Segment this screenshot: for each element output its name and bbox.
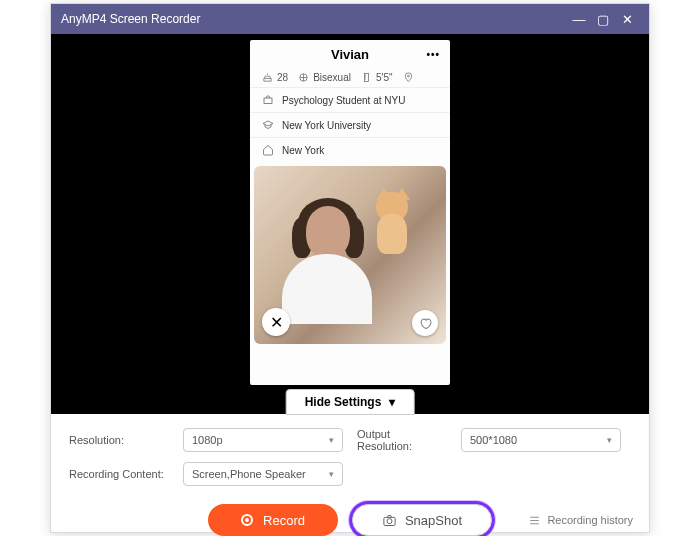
history-label: Recording history [547, 514, 633, 526]
profile-stats: 28 Bisexual 5'5" [250, 68, 450, 87]
orientation-icon [298, 72, 309, 83]
home-icon [262, 144, 274, 156]
output-resolution-label: Output Resolution: [357, 428, 447, 452]
age: 28 [277, 72, 288, 83]
app-window: AnyMP4 Screen Recorder — ▢ ✕ Vivian ••• … [50, 3, 650, 533]
orientation: Bisexual [313, 72, 351, 83]
more-icon[interactable]: ••• [426, 49, 440, 60]
camera-icon [382, 513, 397, 528]
city-row: New York [250, 137, 450, 162]
phone-mirror: Vivian ••• 28 Bisexual 5'5" [250, 40, 450, 385]
close-button[interactable]: ✕ [615, 12, 639, 27]
record-label: Record [263, 513, 305, 528]
svg-point-2 [407, 75, 409, 77]
output-resolution-select[interactable]: 500*1080 ▾ [461, 428, 621, 452]
like-button[interactable] [412, 310, 438, 336]
hide-settings-button[interactable]: Hide Settings ▾ [286, 389, 415, 415]
resolution-row: Resolution: 1080p ▾ Output Resolution: 5… [69, 428, 631, 452]
profile-name: Vivian [331, 47, 369, 62]
app-title: AnyMP4 Screen Recorder [61, 12, 200, 26]
school-row: New York University [250, 112, 450, 137]
recording-history-link[interactable]: Recording history [528, 514, 633, 527]
resolution-value: 1080p [192, 434, 223, 446]
chevron-down-icon: ▾ [389, 395, 395, 409]
settings-panel: Resolution: 1080p ▾ Output Resolution: 5… [51, 414, 649, 486]
occupation: Psychology Student at NYU [282, 95, 405, 106]
city: New York [282, 145, 324, 156]
record-button[interactable]: Record [208, 504, 338, 536]
cake-icon [262, 72, 273, 83]
briefcase-icon [262, 94, 274, 106]
heart-icon [419, 317, 432, 330]
list-icon [528, 514, 541, 527]
chevron-down-icon: ▾ [329, 469, 334, 479]
person-illustration [294, 206, 364, 286]
age-cell: 28 [262, 72, 288, 83]
preview-area: Vivian ••• 28 Bisexual 5'5" [51, 34, 649, 414]
height-cell: 5'5" [361, 72, 393, 83]
profile-header: Vivian ••• [250, 40, 450, 68]
chevron-down-icon: ▾ [607, 435, 612, 445]
record-icon [241, 514, 253, 526]
recording-content-select[interactable]: Screen,Phone Speaker ▾ [183, 462, 343, 486]
recording-content-label: Recording Content: [69, 468, 169, 480]
hide-settings-label: Hide Settings [305, 395, 382, 409]
location-cell [403, 72, 414, 83]
svg-point-5 [387, 518, 392, 523]
recording-content-row: Recording Content: Screen,Phone Speaker … [69, 462, 631, 486]
height: 5'5" [376, 72, 393, 83]
dismiss-button[interactable]: ✕ [262, 308, 290, 336]
svg-rect-1 [365, 73, 369, 81]
snapshot-label: SnapShot [405, 513, 462, 528]
recording-content-value: Screen,Phone Speaker [192, 468, 306, 480]
orientation-cell: Bisexual [298, 72, 351, 83]
snapshot-button[interactable]: SnapShot [352, 504, 492, 536]
occupation-row: Psychology Student at NYU [250, 87, 450, 112]
pin-icon [403, 72, 414, 83]
ruler-icon [361, 72, 372, 83]
school: New York University [282, 120, 371, 131]
resolution-select[interactable]: 1080p ▾ [183, 428, 343, 452]
svg-rect-3 [264, 98, 272, 104]
titlebar: AnyMP4 Screen Recorder — ▢ ✕ [51, 4, 649, 34]
profile-photo: ✕ [254, 166, 446, 344]
chevron-down-icon: ▾ [329, 435, 334, 445]
action-bar: Record SnapShot Recording history [51, 496, 649, 536]
resolution-label: Resolution: [69, 434, 169, 446]
school-icon [262, 119, 274, 131]
cat-illustration [368, 184, 418, 254]
output-resolution-value: 500*1080 [470, 434, 517, 446]
maximize-button[interactable]: ▢ [591, 12, 615, 27]
minimize-button[interactable]: — [567, 12, 591, 27]
